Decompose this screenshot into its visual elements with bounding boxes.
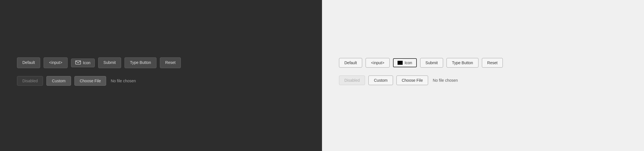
dark-input-button[interactable]: <input> [44,57,68,68]
dark-row-2: Disabled Custom Choose File No file chos… [17,76,305,86]
dark-reset-button[interactable]: Reset [160,57,181,68]
dark-submit-button[interactable]: Submit [98,57,121,68]
dark-panel: Default <input> Icon Submit Type Button … [0,0,322,151]
dark-no-file-text: No file chosen [111,79,136,83]
dark-default-button[interactable]: Default [17,57,40,68]
light-row-2: Disabled Custom Choose File No file chos… [339,76,627,85]
dark-type-button[interactable]: Type Button [124,57,156,68]
light-type-button[interactable]: Type Button [446,58,478,68]
dark-icon-button-label: Icon [83,61,90,65]
light-disabled-button: Disabled [339,76,365,85]
light-choose-file-button[interactable]: Choose File [396,76,428,85]
light-no-file-text: No file chosen [433,78,458,83]
light-default-button[interactable]: Default [339,58,362,68]
light-input-button[interactable]: <input> [366,58,390,68]
light-panel: Default <input> Icon Submit Type Button … [322,0,644,151]
light-row-1: Default <input> Icon Submit Type Button … [339,58,627,68]
light-reset-button[interactable]: Reset [482,58,503,68]
dark-choose-file-button[interactable]: Choose File [74,76,106,86]
dark-disabled-button: Disabled [17,76,43,86]
light-icon-button[interactable]: Icon [393,58,417,67]
dark-icon-button[interactable]: Icon [71,59,95,67]
mail-icon [75,61,81,65]
dark-custom-button[interactable]: Custom [46,76,71,86]
light-icon-button-label: Icon [405,61,412,65]
light-submit-button[interactable]: Submit [420,58,443,68]
black-square-icon [398,61,403,65]
dark-row-1: Default <input> Icon Submit Type Button … [17,57,305,68]
light-custom-button[interactable]: Custom [368,76,393,85]
